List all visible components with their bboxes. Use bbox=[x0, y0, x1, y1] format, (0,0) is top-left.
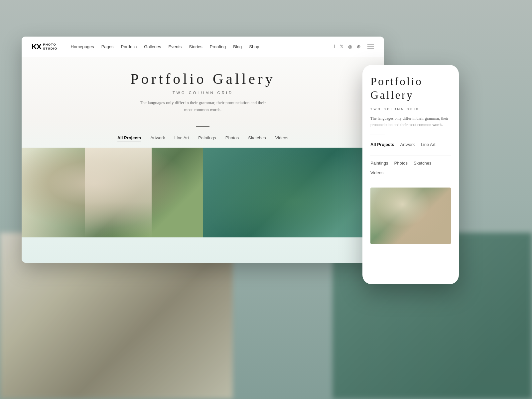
logo-studio: STUDIO bbox=[43, 47, 58, 51]
nav-homepages[interactable]: Homepages bbox=[71, 44, 94, 49]
mobile-title-line1: Portfolio bbox=[370, 75, 423, 87]
facebook-icon[interactable]: f bbox=[333, 44, 335, 50]
mobile-gallery-title: Portfolio Gallery bbox=[370, 75, 451, 102]
logo[interactable]: KX PHOTO STUDIO bbox=[32, 43, 58, 51]
mobile-divider bbox=[370, 135, 385, 135]
desktop-gallery-title: Portfolio Gallery bbox=[28, 70, 377, 87]
filter-videos[interactable]: Videos bbox=[275, 135, 289, 142]
instagram-icon[interactable]: ◎ bbox=[348, 44, 352, 50]
logo-text: PHOTO STUDIO bbox=[43, 43, 58, 51]
gallery-image-bride bbox=[22, 148, 203, 237]
nav-shop[interactable]: Shop bbox=[249, 44, 259, 49]
mobile-mockup: Portfolio Gallery TWO COLUMN GRID The la… bbox=[362, 65, 459, 284]
dribbble-icon[interactable]: ⊕ bbox=[357, 44, 361, 50]
filter-line-art[interactable]: Line Art bbox=[174, 135, 189, 142]
hamburger-menu[interactable] bbox=[367, 45, 374, 49]
mobile-title-line2: Gallery bbox=[370, 89, 414, 101]
nav-events[interactable]: Events bbox=[169, 44, 182, 49]
mobile-subtitle: TWO COLUMN GRID bbox=[370, 107, 451, 111]
filter-photos[interactable]: Photos bbox=[225, 135, 239, 142]
bride-figure bbox=[85, 148, 152, 237]
desktop-mockup: KX PHOTO STUDIO Homepages Pages Portfoli… bbox=[22, 37, 384, 263]
desktop-description: The languages only differ in their gramm… bbox=[140, 99, 266, 113]
nav-portfolio[interactable]: Portfolio bbox=[121, 44, 137, 49]
filter-artwork[interactable]: Artwork bbox=[150, 135, 165, 142]
nav-galleries[interactable]: Galleries bbox=[144, 44, 161, 49]
mobile-filter-sketches[interactable]: Sketches bbox=[414, 161, 431, 166]
desktop-navbar: KX PHOTO STUDIO Homepages Pages Portfoli… bbox=[22, 37, 384, 57]
mobile-row-divider bbox=[370, 156, 451, 156]
nav-blog[interactable]: Blog bbox=[233, 44, 242, 49]
mobile-filter-all-projects[interactable]: All Projects bbox=[370, 142, 394, 147]
mobile-description: The languages only differ in their gramm… bbox=[370, 115, 451, 128]
mobile-gallery-image bbox=[370, 188, 451, 244]
desktop-filter-tabs: All Projects Artwork Line Art Paintings … bbox=[22, 132, 384, 148]
mobile-filter-row2: Paintings Photos Sketches bbox=[370, 161, 451, 166]
nav-stories[interactable]: Stories bbox=[189, 44, 202, 49]
desktop-gallery-images bbox=[22, 148, 384, 237]
mobile-filter-artwork[interactable]: Artwork bbox=[400, 142, 415, 147]
mobile-content: Portfolio Gallery TWO COLUMN GRID The la… bbox=[362, 65, 459, 284]
nav-social-icons: f 𝕏 ◎ ⊕ bbox=[333, 44, 374, 50]
mobile-filter-row3: Videos bbox=[370, 170, 451, 175]
nav-proofing[interactable]: Proofing bbox=[210, 44, 226, 49]
filter-all-projects[interactable]: All Projects bbox=[117, 135, 141, 142]
filter-sketches[interactable]: Sketches bbox=[248, 135, 266, 142]
desktop-hero: Portfolio Gallery TWO COLUMN GRID The la… bbox=[22, 57, 384, 120]
mobile-filter-videos[interactable]: Videos bbox=[370, 170, 384, 175]
mobile-filter-paintings[interactable]: Paintings bbox=[370, 161, 388, 166]
logo-photo: PHOTO bbox=[43, 43, 58, 47]
logo-kx: KX bbox=[32, 43, 41, 51]
mobile-filter-photos[interactable]: Photos bbox=[394, 161, 407, 166]
mobile-filter-divider bbox=[370, 182, 451, 182]
mobile-filter-line-art[interactable]: Line Art bbox=[421, 142, 436, 147]
desktop-content: Portfolio Gallery TWO COLUMN GRID The la… bbox=[22, 57, 384, 263]
desktop-subtitle: TWO COLUMN GRID bbox=[28, 91, 377, 95]
filter-paintings[interactable]: Paintings bbox=[198, 135, 216, 142]
nav-links: Homepages Pages Portfolio Galleries Even… bbox=[71, 44, 334, 49]
gallery-image-iguana bbox=[203, 148, 384, 237]
mobile-filter-row1: All Projects Artwork Line Art bbox=[370, 142, 451, 151]
nav-pages[interactable]: Pages bbox=[101, 44, 114, 49]
twitter-icon[interactable]: 𝕏 bbox=[340, 44, 343, 50]
